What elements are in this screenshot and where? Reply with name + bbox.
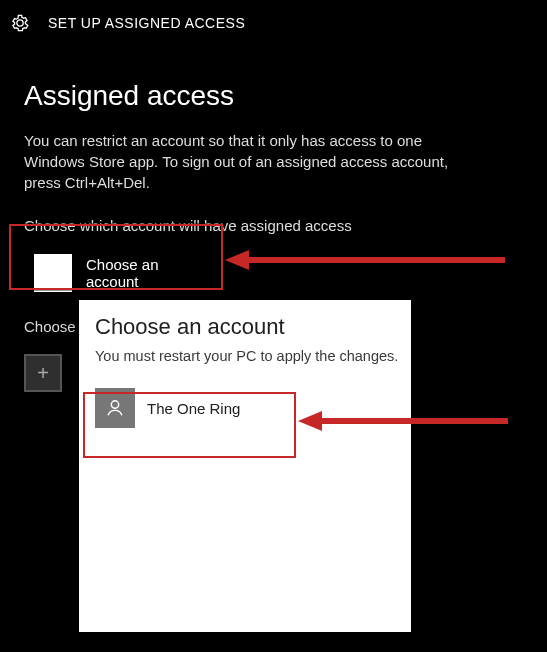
titlebar: SET UP ASSIGNED ACCESS [0,0,547,46]
popup-title: Choose an account [95,314,411,340]
titlebar-text: SET UP ASSIGNED ACCESS [48,15,245,31]
page-description: You can restrict an account so that it o… [24,130,484,193]
account-name: The One Ring [147,400,240,417]
main-content: Assigned access You can restrict an acco… [0,46,547,302]
account-list-item[interactable]: The One Ring [79,378,411,438]
account-avatar-placeholder-icon [34,254,72,292]
svg-point-0 [111,401,118,408]
choose-account-label: Choose which account will have assigned … [24,217,523,234]
choose-account-button[interactable]: Choose an account [24,244,224,302]
settings-gear-icon [10,13,30,33]
choose-app-label-truncated: Choose [24,318,76,335]
choose-account-button-label: Choose an account [86,256,214,290]
popup-subtitle: You must restart your PC to apply the ch… [95,348,411,364]
choose-account-popup: Choose an account You must restart your … [79,300,411,632]
add-app-button[interactable]: + [24,354,62,392]
plus-icon: + [37,362,49,385]
page-title: Assigned access [24,80,523,112]
user-avatar-icon [95,388,135,428]
